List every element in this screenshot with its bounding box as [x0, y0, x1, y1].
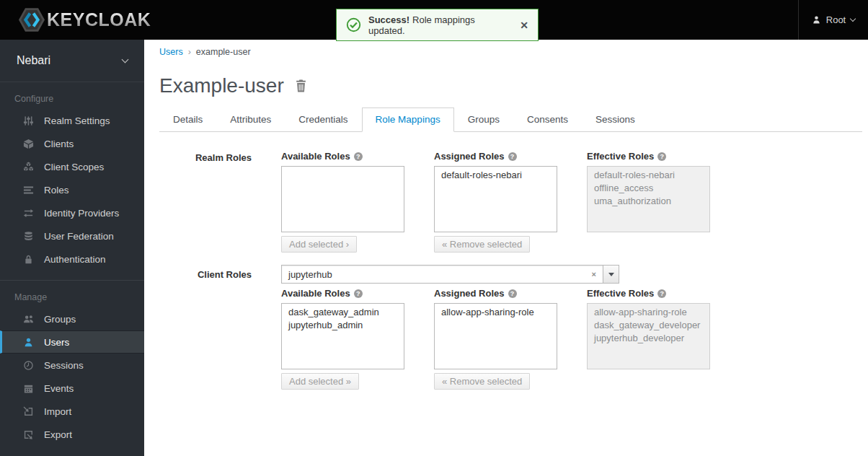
clock-icon — [22, 359, 35, 372]
sidebar-item-label: Roles — [44, 185, 69, 196]
sidebar-item-label: User Federation — [44, 231, 114, 242]
realm-roles-row: Realm Roles Available Roles ? Add select… — [159, 151, 862, 253]
help-icon[interactable]: ? — [508, 152, 517, 161]
sidebar-item-label: Users — [44, 337, 69, 348]
effective-roles-header: Effective Roles ? — [587, 288, 710, 299]
sidebar-item-clients[interactable]: Clients — [0, 132, 144, 155]
role-option: default-roles-nebari — [588, 169, 709, 182]
sidebar-item-label: Groups — [44, 314, 76, 325]
role-option[interactable]: default-roles-nebari — [435, 169, 557, 182]
sidebar-item-realm-settings[interactable]: Realm Settings — [0, 109, 144, 132]
header-text: Assigned Roles — [434, 288, 505, 299]
role-option[interactable]: dask_gateway_admin — [282, 306, 404, 319]
sliders-icon — [22, 115, 35, 127]
clear-selection-icon[interactable]: × — [592, 270, 596, 279]
sidebar-item-authentication[interactable]: Authentication — [0, 247, 144, 271]
logo-text: KEYCLOAK — [47, 9, 151, 30]
realm-available-roles-listbox[interactable] — [281, 166, 404, 232]
realm-assigned-roles-listbox[interactable]: default-roles-nebari — [434, 166, 557, 232]
tab-consents[interactable]: Consents — [513, 108, 582, 132]
available-roles-header: Available Roles ? — [281, 151, 404, 162]
header-text: Available Roles — [281, 151, 350, 162]
tab-attributes[interactable]: Attributes — [216, 108, 285, 132]
notification-text: Success!Role mappings updated. — [368, 14, 513, 36]
sidebar-item-groups[interactable]: Groups — [0, 307, 144, 330]
client-select-input[interactable]: jupyterhub × — [281, 265, 603, 284]
help-icon[interactable]: ? — [657, 152, 666, 161]
tab-groups[interactable]: Groups — [454, 108, 513, 132]
sidebar-item-label: Clients — [44, 139, 74, 149]
sidebar-nav: ConfigureRealm SettingsClientsClient Sco… — [0, 94, 144, 446]
assigned-roles-header: Assigned Roles ? — [434, 288, 557, 299]
realm-selector[interactable]: Nebari — [0, 40, 144, 82]
sidebar-item-identity-providers[interactable]: Identity Providers — [0, 201, 144, 224]
page-title: Example-user — [159, 74, 284, 97]
role-option[interactable]: jupyterhub_admin — [282, 319, 404, 332]
tab-credentials[interactable]: Credentials — [285, 108, 361, 132]
user-menu[interactable]: Root — [798, 0, 868, 40]
sidebar-item-label: Authentication — [44, 254, 106, 265]
tab-role-mappings[interactable]: Role Mappings — [362, 108, 454, 132]
breadcrumb-users-link[interactable]: Users — [159, 47, 183, 57]
client-add-selected-button[interactable]: Add selected » — [281, 373, 359, 390]
sidebar-item-label: Sessions — [44, 360, 84, 371]
sidebar-item-label: Client Scopes — [44, 162, 104, 172]
role-option: allow-app-sharing-role — [588, 306, 709, 319]
section-label-configure: Configure — [14, 94, 144, 104]
chevron-down-icon — [850, 15, 856, 21]
role-option: dask_gateway_developer — [588, 319, 709, 332]
database-icon — [22, 230, 35, 242]
users-icon — [22, 313, 35, 325]
help-icon[interactable]: ? — [354, 289, 363, 298]
role-mappings-panel: Realm Roles Available Roles ? Add select… — [159, 132, 862, 390]
sidebar-item-users[interactable]: Users — [0, 330, 144, 354]
client-select-dropdown-button[interactable] — [603, 265, 619, 284]
client-select[interactable]: jupyterhub × — [281, 265, 619, 284]
tab-details[interactable]: Details — [159, 108, 216, 132]
assigned-roles-header: Assigned Roles ? — [434, 151, 557, 162]
help-icon[interactable]: ? — [657, 289, 666, 298]
tab-bar: DetailsAttributesCredentialsRole Mapping… — [159, 108, 862, 132]
client-assigned-roles-listbox[interactable]: allow-app-sharing-role — [434, 303, 557, 369]
sidebar-item-client-scopes[interactable]: Client Scopes — [0, 155, 144, 178]
keycloak-logo[interactable]: KEYCLOAK — [19, 8, 151, 32]
help-icon[interactable]: ? — [354, 152, 363, 161]
cubes-icon — [22, 161, 35, 173]
client-remove-selected-button[interactable]: « Remove selected — [434, 373, 530, 390]
user-icon — [812, 15, 821, 25]
sidebar-item-export[interactable]: Export — [0, 423, 144, 446]
help-icon[interactable]: ? — [508, 289, 517, 298]
realm-remove-selected-button[interactable]: « Remove selected — [434, 236, 530, 253]
available-roles-header: Available Roles ? — [281, 288, 404, 299]
role-option[interactable]: allow-app-sharing-role — [435, 306, 557, 319]
keycloak-hexagon-icon — [19, 8, 45, 32]
delete-user-button[interactable] — [295, 79, 307, 92]
sidebar-item-events[interactable]: Events — [0, 377, 144, 400]
breadcrumb-separator: › — [188, 47, 191, 57]
sidebar-item-import[interactable]: Import — [0, 400, 144, 423]
close-icon[interactable]: ✕ — [520, 19, 528, 31]
sidebar-item-sessions[interactable]: Sessions — [0, 354, 144, 377]
sidebar-item-roles[interactable]: Roles — [0, 178, 144, 201]
client-roles-label: Client Roles — [159, 265, 252, 390]
client-available-roles-listbox[interactable]: dask_gateway_adminjupyterhub_admin — [281, 303, 404, 369]
header-text: Available Roles — [281, 288, 350, 299]
client-effective-roles-listbox: allow-app-sharing-roledask_gateway_devel… — [587, 303, 710, 369]
role-option: offline_access — [588, 182, 709, 195]
user-icon — [22, 336, 35, 348]
calendar-icon — [22, 382, 35, 395]
sidebar-item-user-federation[interactable]: User Federation — [0, 224, 144, 247]
header-text: Effective Roles — [587, 288, 654, 299]
sidebar-section: ConfigureRealm SettingsClientsClient Sco… — [0, 94, 144, 271]
list-icon — [22, 184, 35, 196]
success-notification: Success!Role mappings updated. ✕ — [336, 9, 539, 41]
realm-add-selected-button[interactable]: Add selected › — [281, 236, 357, 253]
role-option: jupyterhub_developer — [588, 332, 709, 345]
realm-effective-roles-listbox: default-roles-nebarioffline_accessuma_au… — [587, 166, 710, 232]
sidebar-section: ManageGroupsUsersSessionsEventsImportExp… — [0, 280, 144, 446]
tab-sessions[interactable]: Sessions — [582, 108, 649, 132]
chevron-down-icon — [122, 56, 129, 63]
realm-name: Nebari — [17, 54, 50, 67]
client-roles-row: Client Roles jupyterhub × Available Role… — [159, 265, 862, 390]
notification-title: Success! — [368, 14, 409, 25]
